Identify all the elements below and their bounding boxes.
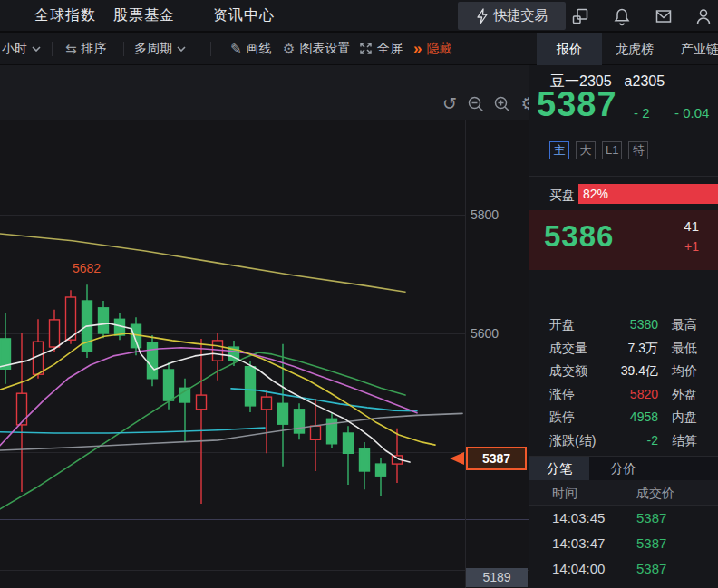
- stat-value: 5380: [606, 313, 658, 337]
- toolbar-separator: [123, 42, 124, 56]
- tick-row[interactable]: 14:03:45 5387: [529, 506, 718, 531]
- nav-info-center[interactable]: 资讯中心: [213, 0, 275, 31]
- user-icon[interactable]: [694, 6, 713, 26]
- high-price-annotation: 5682: [73, 261, 101, 275]
- stat-label: 涨跌(结): [549, 429, 606, 453]
- badge-l1[interactable]: L1: [602, 141, 622, 159]
- stat-row-change-settle: 涨跌(结) -2 结算: [529, 429, 718, 453]
- toolbar-separator: [210, 42, 211, 56]
- chevron-down-icon: [32, 46, 41, 52]
- stat-value: -2: [606, 429, 658, 453]
- ma-cyan: [231, 389, 417, 411]
- nav-stock-funds[interactable]: 股票基金: [113, 0, 175, 31]
- gear-icon: ⚙: [283, 41, 295, 57]
- double-chevron-icon: »: [413, 40, 422, 58]
- stat-value: 39.4亿: [606, 360, 658, 383]
- bid-volume: 41: [684, 218, 699, 234]
- quick-trade-button[interactable]: 快捷交易: [458, 2, 566, 30]
- bid-price: 5386: [544, 219, 614, 254]
- tick-price: 5387: [636, 506, 666, 531]
- stat-row-open: 开盘 5380 最高: [529, 313, 718, 337]
- multi-period-label: 多周期: [134, 41, 172, 57]
- stat-row-volume: 成交量 7.3万 最低: [529, 337, 718, 361]
- topbar: 全球指数 股票基金 资讯中心 快捷交易: [0, 0, 718, 33]
- toolbar-separator: [52, 42, 53, 56]
- tab-quotes[interactable]: 报价: [537, 33, 602, 65]
- buy-side-percent: 82%: [583, 187, 608, 201]
- mail-icon[interactable]: [654, 6, 674, 26]
- tick-row[interactable]: 14:04:00 5387: [529, 556, 718, 582]
- stat-value: 4958: [606, 406, 658, 429]
- current-price-arrow-icon: [450, 452, 464, 465]
- tick-time: 14:03:47: [552, 531, 605, 556]
- y-axis-tick: 5800: [471, 207, 512, 222]
- tick-tabs: 分笔 分价: [529, 456, 718, 480]
- bell-icon[interactable]: [612, 6, 632, 26]
- tick-table-header: 时间 成交价: [529, 480, 718, 506]
- stat-label-2: 内盘: [658, 406, 718, 429]
- stat-label-2: 均价: [658, 360, 718, 383]
- badge-special[interactable]: 特: [628, 141, 648, 159]
- stat-row-limit-up: 涨停 5820 外盘: [529, 383, 718, 407]
- chart-toolbar: 小时 ⇆ 排序 多周期 ✎ 画线 ⚙ 图表设置 全屏 » 隐藏 报价 龙虎榜 产…: [0, 33, 718, 65]
- fullscreen-icon: [359, 42, 373, 55]
- tab-industry-chain[interactable]: 产业链: [667, 33, 718, 65]
- multi-period-dropdown[interactable]: 多周期: [134, 33, 186, 64]
- tick-header-price: 成交价: [636, 480, 674, 506]
- hide-panel-button[interactable]: » 隐藏: [413, 33, 451, 64]
- zoom-out-icon[interactable]: [466, 94, 486, 114]
- stat-row-limit-down: 跌停 4958 内盘: [529, 406, 718, 429]
- tick-price: 5387: [636, 531, 666, 556]
- fullscreen-label: 全屏: [377, 41, 403, 57]
- period-label: 小时: [2, 41, 27, 57]
- quote-stats-table: 开盘 5380 最高 成交量 7.3万 最低 成交额 39.4亿 均价 涨停 5…: [529, 313, 718, 452]
- stat-label-2: 最高: [658, 313, 718, 337]
- price-change-percent: - 0.04: [674, 105, 709, 120]
- badge-main[interactable]: 主: [549, 141, 569, 159]
- tab-price-distribution[interactable]: 分价: [593, 457, 653, 481]
- sort-label: 排序: [82, 41, 107, 57]
- tick-time: 14:04:00: [552, 556, 605, 582]
- stat-label: 涨停: [549, 383, 606, 407]
- period-dropdown[interactable]: 小时: [2, 33, 41, 64]
- stat-label: 成交额: [549, 360, 606, 383]
- bid-volume-delta: +1: [684, 239, 699, 254]
- buy-side-ratio-bar: 82%: [578, 184, 718, 204]
- tab-tick-by-tick[interactable]: 分笔: [529, 457, 589, 481]
- stat-value: 7.3万: [606, 337, 658, 361]
- stat-label-2: 结算: [658, 429, 718, 453]
- tick-row[interactable]: 14:03:47 5387: [529, 531, 718, 556]
- divider: [529, 176, 718, 177]
- stat-value: 5820: [606, 383, 658, 407]
- draw-line-button[interactable]: ✎ 画线: [230, 33, 272, 64]
- instrument-code: a2305: [625, 73, 665, 89]
- chart-settings-label: 图表设置: [299, 41, 350, 57]
- chart-header: ↺ ⚙: [0, 65, 529, 120]
- sort-button[interactable]: ⇆ 排序: [65, 33, 107, 64]
- sort-icon: ⇆: [65, 41, 77, 57]
- tick-header-time: 时间: [552, 480, 577, 506]
- tab-dragon-tiger[interactable]: 龙虎榜: [602, 33, 667, 65]
- draw-line-label: 画线: [247, 41, 272, 57]
- stat-label-2: 最低: [658, 337, 718, 361]
- candlestick-chart[interactable]: [0, 120, 529, 588]
- fullscreen-button[interactable]: 全屏: [359, 33, 403, 64]
- chart-area: ↺ ⚙ 5800 5600 5682 5387 5189: [0, 65, 529, 588]
- lightning-icon: [476, 8, 489, 24]
- tick-time: 14:03:45: [552, 506, 605, 531]
- tick-list: 14:03:45 5387 14:03:47 5387 14:04:00 538…: [529, 506, 718, 582]
- chart-settings-button[interactable]: ⚙ 图表设置: [283, 33, 350, 64]
- nav-global-indices[interactable]: 全球指数: [34, 0, 96, 31]
- stat-row-turnover: 成交额 39.4亿 均价: [529, 360, 718, 383]
- last-price: 5387: [537, 85, 617, 124]
- bid-row[interactable]: 5386 41 +1: [529, 210, 718, 270]
- undo-icon[interactable]: ↺: [440, 94, 460, 114]
- y-axis-tick: 5600: [471, 326, 512, 341]
- ma-cyan-flat: [0, 428, 265, 433]
- quote-panel: 豆一2305a2305 5387 - 2 - 0.04 主 大 L1 特 买盘 …: [529, 65, 718, 588]
- multi-window-icon[interactable]: [570, 6, 590, 26]
- zoom-in-icon[interactable]: [492, 94, 512, 114]
- chevron-down-icon: [177, 46, 186, 52]
- quick-trade-label: 快捷交易: [494, 7, 548, 24]
- badge-large[interactable]: 大: [576, 141, 596, 159]
